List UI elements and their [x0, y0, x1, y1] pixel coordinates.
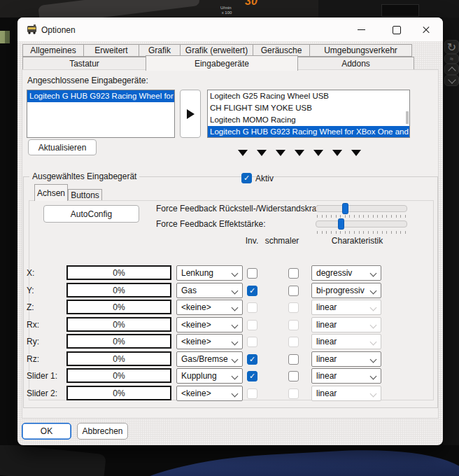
list-item[interactable]: CH FLIGHT SIM YOKE USB: [208, 102, 409, 114]
tab-allgemeines[interactable]: Allgemeines: [22, 44, 84, 57]
tab-umgebungsverkehr[interactable]: Umgebungsverkehr: [309, 44, 412, 57]
close-button[interactable]: [418, 24, 435, 35]
chevron-down-icon: [232, 391, 239, 398]
assigned-devices-listbox[interactable]: Logitech G25 Racing Wheel USBCH FLIGHT S…: [207, 90, 410, 138]
axis-schmaler-checkbox[interactable]: [288, 354, 299, 365]
axis-inv-checkbox[interactable]: [247, 388, 257, 399]
tick-mark: [373, 215, 374, 218]
ok-button[interactable]: OK: [22, 423, 71, 440]
axis-function-select[interactable]: Gas: [176, 283, 243, 298]
tick-mark: [354, 215, 355, 218]
axis-function-select[interactable]: Lenkung: [176, 265, 243, 281]
chevron-down-icon: [232, 288, 239, 295]
chevron-down-icon: [370, 339, 377, 346]
tick-mark: [373, 231, 374, 234]
dashboard-display: [381, 4, 419, 17]
tab-buttons[interactable]: Buttons: [68, 189, 102, 201]
assign-device-button[interactable]: [180, 90, 201, 138]
axis-row: Slider 1:0%Kupplung✓linear: [0, 368, 459, 384]
axis-schmaler-checkbox[interactable]: [288, 337, 299, 347]
wheel-rotate-icon: ↻: [444, 40, 459, 54]
axis-function-select[interactable]: Kupplung: [176, 368, 243, 384]
list-item[interactable]: Logitech G25 Racing Wheel USB: [208, 90, 409, 102]
axis-inv-checkbox[interactable]: [247, 337, 257, 347]
active-checkbox[interactable]: ✓: [241, 173, 252, 183]
axis-characteristic-select[interactable]: linear: [311, 351, 381, 367]
axis-characteristic-value: linear: [316, 302, 337, 312]
axis-schmaler-checkbox[interactable]: [288, 302, 299, 313]
axis-characteristic-select[interactable]: linear: [311, 368, 381, 384]
app-icon: [27, 24, 38, 35]
axis-label: Slider 1:: [27, 371, 57, 381]
ff-effect-slider[interactable]: [316, 220, 407, 227]
list-item[interactable]: Logitech G HUB G923 Racing Wheel for XBo…: [208, 126, 409, 138]
axis-inv-checkbox[interactable]: [247, 302, 257, 313]
axis-inv-checkbox[interactable]: [247, 268, 257, 279]
axis-characteristic-select[interactable]: linear: [311, 317, 381, 332]
axis-inv-checkbox[interactable]: ✓: [247, 286, 257, 296]
axis-schmaler-checkbox[interactable]: [288, 388, 299, 399]
cancel-button[interactable]: Abbrechen: [77, 423, 128, 440]
axis-function-select[interactable]: Gas/Bremse: [176, 351, 243, 367]
list-item[interactable]: Logitech G HUB G923 Racing Wheel for XBo: [27, 90, 174, 102]
tab-achsen[interactable]: Achsen: [34, 184, 68, 201]
axis-characteristic-select[interactable]: linear: [311, 334, 381, 349]
tick-mark: [317, 231, 318, 234]
axis-function-select[interactable]: <keine>: [176, 317, 243, 332]
tick-mark: [396, 231, 397, 234]
axis-characteristic-select[interactable]: bi-progressiv: [311, 283, 381, 298]
axis-characteristic-select[interactable]: linear: [311, 386, 381, 401]
axis-schmaler-checkbox[interactable]: [288, 320, 299, 330]
axis-value-field: 0%: [66, 300, 171, 314]
axis-row: Rx:0%<keine>linear: [0, 317, 459, 333]
tab-erweitert[interactable]: Erweitert: [83, 44, 139, 57]
axis-row: X:0%Lenkungdegressiv: [0, 265, 459, 281]
title-bar[interactable]: [17, 18, 443, 41]
axis-characteristic-select[interactable]: linear: [311, 300, 381, 315]
axis-label: Rx:: [27, 320, 39, 330]
maximize-button[interactable]: [388, 24, 405, 35]
tab-tastatur[interactable]: Tastatur: [22, 57, 146, 70]
axis-function-value: Gas/Bremse: [181, 354, 228, 364]
chevron-down-icon: [232, 270, 239, 277]
connected-devices-label: Angeschlossene Eingabegeräte:: [27, 76, 148, 85]
axis-schmaler-checkbox[interactable]: [288, 371, 299, 382]
axis-value-field: 0%: [66, 317, 171, 332]
axis-function-select[interactable]: <keine>: [176, 334, 243, 349]
maximize-icon: [393, 26, 401, 34]
axis-function-select[interactable]: <keine>: [176, 300, 243, 315]
axis-label: Ry:: [27, 337, 39, 346]
tick-mark: [405, 215, 406, 218]
tick-mark: [359, 231, 360, 234]
autoconfig-button[interactable]: AutoConfig: [43, 205, 139, 223]
game-dashboard-backdrop: 30 U/min x 100: [0, 0, 459, 18]
list-item[interactable]: Logitech MOMO Racing: [208, 114, 409, 126]
axis-schmaler-checkbox[interactable]: [288, 286, 299, 296]
chevron-down-icon: [370, 373, 377, 380]
arrow-down-icon: [257, 150, 267, 156]
wheel-wave-icon: ≈: [444, 54, 459, 64]
axis-inv-checkbox[interactable]: [247, 320, 257, 330]
axis-function-select[interactable]: <keine>: [176, 386, 243, 401]
axis-label: Slider 2:: [27, 388, 57, 398]
connected-devices-listbox[interactable]: Logitech G HUB G923 Racing Wheel for XBo: [27, 90, 175, 138]
ff-resistance-slider-thumb[interactable]: [342, 203, 348, 214]
tick-mark: [396, 215, 397, 218]
refresh-button[interactable]: Aktualisieren: [28, 139, 97, 155]
axis-value: 0%: [113, 388, 125, 398]
minimize-button[interactable]: [353, 24, 369, 35]
column-header-charakteristik: Charakteristik: [324, 236, 390, 246]
axis-schmaler-checkbox[interactable]: [288, 268, 299, 279]
tick-mark: [345, 215, 346, 218]
axis-inv-checkbox[interactable]: ✓: [247, 354, 257, 365]
listbox-scrollbar[interactable]: [406, 111, 409, 124]
ff-resistance-slider[interactable]: [316, 205, 407, 212]
tick-mark: [377, 215, 378, 218]
rpm-gauge-unit: U/min x 100: [220, 6, 232, 15]
chevron-down-icon: [370, 288, 377, 295]
tab-addons[interactable]: Addons: [297, 57, 414, 70]
tab-eingabeger-te[interactable]: Eingabegeräte: [146, 55, 298, 71]
axis-characteristic-select[interactable]: degressiv: [311, 265, 381, 281]
ff-effect-slider-thumb[interactable]: [338, 218, 344, 230]
axis-inv-checkbox[interactable]: ✓: [247, 371, 257, 382]
